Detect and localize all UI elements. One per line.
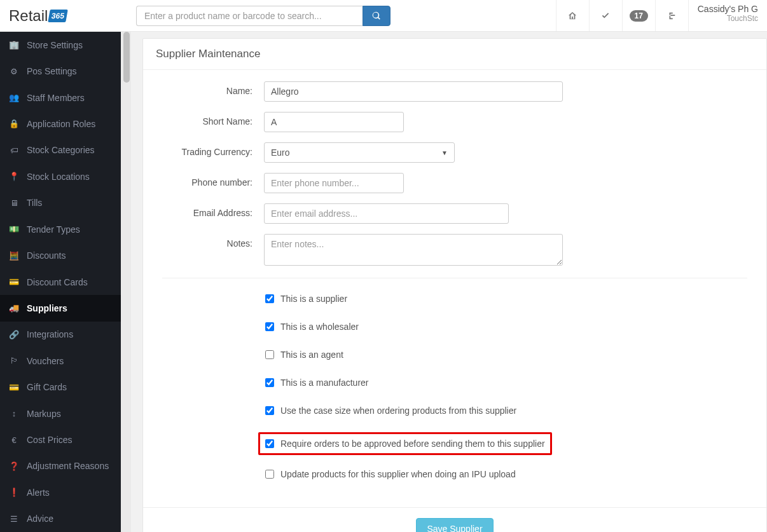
tag-icon: 🏷 [9,146,19,155]
search-wrap [127,0,556,31]
alert-icon: ❗ [9,488,19,497]
card: Supplier Maintenance Name: Short Name: T… [142,38,767,532]
label-short-name: Short Name: [162,112,264,126]
sidebar-item-label: Application Roles [27,119,95,129]
home-button[interactable] [556,0,589,31]
search-icon [372,11,381,20]
highlighted-checkbox-row: Require orders to be approved before sen… [258,432,552,455]
sidebar-item-adjustment-reasons[interactable]: ❓Adjustment Reasons [0,453,121,479]
sidebar-item-tender-types[interactable]: 💵Tender Types [0,216,121,242]
sidebar-item-label: Suppliers [27,303,67,313]
wholesaler-label[interactable]: This is a wholesaler [280,322,359,332]
sidebar-item-advice[interactable]: ☰Advice [0,506,121,532]
sidebar-item-label: Pos Settings [27,66,77,76]
sidebar-item-suppliers[interactable]: 🚚Suppliers [0,295,121,321]
sidebar-item-gift-cards[interactable]: 💳Gift Cards [0,374,121,400]
sidebar-item-store-settings[interactable]: 🏢Store Settings [0,32,121,58]
main-content: Supplier Maintenance Name: Short Name: T… [131,32,767,532]
desktop-icon: 🖥 [9,198,19,208]
brand-logo[interactable]: Retail365 [0,0,127,31]
user-block[interactable]: Cassidy's Ph G TouchStc [688,0,767,31]
sliders-icon: ⚙ [9,67,19,76]
search-input[interactable] [136,6,363,26]
question-icon: ❓ [9,461,19,471]
agent-checkbox[interactable] [265,350,274,359]
ipu-label[interactable]: Update products for this supplier when d… [280,469,516,479]
list-icon: ☰ [9,514,19,524]
building-icon: 🏢 [9,40,19,50]
supplier-label[interactable]: This is a supplier [280,294,347,304]
approve-checkbox[interactable] [265,439,274,448]
sidebar-item-label: Tills [27,198,42,208]
form-body: Name: Short Name: Trading Currency: Euro… [143,70,766,507]
supplier-checkbox[interactable] [265,294,274,303]
sidebar-item-label: Gift Cards [27,382,67,392]
card-footer: Save Supplier [143,507,766,532]
calculator-icon: 🧮 [9,251,19,261]
sidebar-item-label: Stock Categories [27,145,95,155]
truck-icon: 🚚 [9,303,19,313]
sidebar-item-label: Advice [27,514,53,524]
sidebar-item-tills[interactable]: 🖥Tills [0,190,121,216]
save-button[interactable]: Save Supplier [416,518,493,532]
label-currency: Trading Currency: [162,142,264,157]
check-icon [601,11,610,20]
sidebar-item-label: Vouchers [27,356,64,366]
sidebar-item-label: Integrations [27,329,73,339]
sidebar-scrollbar[interactable] [121,32,131,532]
lock-icon: 🔒 [9,119,19,128]
notifications-button[interactable]: 17 [622,0,655,31]
sidebar-item-label: Discounts [27,250,66,261]
topbar: Retail365 17 Cassidy' [0,0,767,32]
label-name: Name: [162,81,264,96]
label-notes: Notes: [162,234,264,249]
sidebar-item-stock-categories[interactable]: 🏷Stock Categories [0,137,121,163]
manufacturer-label[interactable]: This is a manufacturer [280,378,369,388]
caret-down-icon: ▼ [441,149,448,156]
short-name-input[interactable] [264,112,404,132]
sidebar-item-staff-members[interactable]: 👥Staff Members [0,85,121,111]
notes-input[interactable] [264,234,563,266]
currency-value: Euro [271,147,290,158]
card-icon: 💳 [9,277,19,287]
manufacturer-checkbox[interactable] [265,378,274,387]
sidebar-item-discounts[interactable]: 🧮Discounts [0,242,121,268]
sidebar-item-label: Markups [27,409,61,419]
sidebar-item-vouchers[interactable]: 🏳Vouchers [0,348,121,374]
sidebar-item-discount-cards[interactable]: 💳Discount Cards [0,269,121,295]
credit-card-icon: 💳 [9,383,19,392]
user-line2: TouchStc [698,14,758,23]
sidebar-item-stock-locations[interactable]: 📍Stock Locations [0,163,121,189]
case-size-checkbox[interactable] [265,406,274,415]
ipu-checkbox[interactable] [265,470,274,479]
email-input[interactable] [264,203,509,224]
sidebar-item-label: Tender Types [27,224,80,235]
sidebar-item-cost-prices[interactable]: €Cost Prices [0,426,121,453]
search-form [136,6,390,26]
sidebar-item-label: Stock Locations [27,172,90,182]
case-size-label[interactable]: Use the case size when ordering products… [280,406,516,416]
sidebar-item-alerts[interactable]: ❗Alerts [0,479,121,505]
sidebar-item-label: Discount Cards [27,277,88,287]
home-icon [568,11,577,20]
wholesaler-checkbox[interactable] [265,322,274,331]
currency-select[interactable]: Euro ▼ [264,142,455,163]
checkbox-group: This is a supplier This is a wholesaler … [264,292,747,481]
agent-label[interactable]: This is an agent [280,350,343,360]
sidebar-item-label: Staff Members [27,93,85,103]
divider [162,278,747,278]
search-button[interactable] [363,6,390,26]
phone-input[interactable] [264,173,404,193]
sidebar-item-application-roles[interactable]: 🔒Application Roles [0,111,121,137]
sidebar-item-markups[interactable]: ↕Markups [0,400,121,426]
logout-icon [667,11,676,20]
sidebar-item-pos-settings[interactable]: ⚙Pos Settings [0,58,121,84]
sidebar-item-label: Adjustment Reasons [27,461,109,471]
flag-icon: 🏳 [9,356,19,365]
approve-label[interactable]: Require orders to be approved before sen… [280,439,545,449]
check-button[interactable] [589,0,622,31]
scrollbar-thumb[interactable] [123,32,130,83]
logout-button[interactable] [655,0,688,31]
name-input[interactable] [264,81,563,102]
sidebar-item-integrations[interactable]: 🔗Integrations [0,322,121,348]
